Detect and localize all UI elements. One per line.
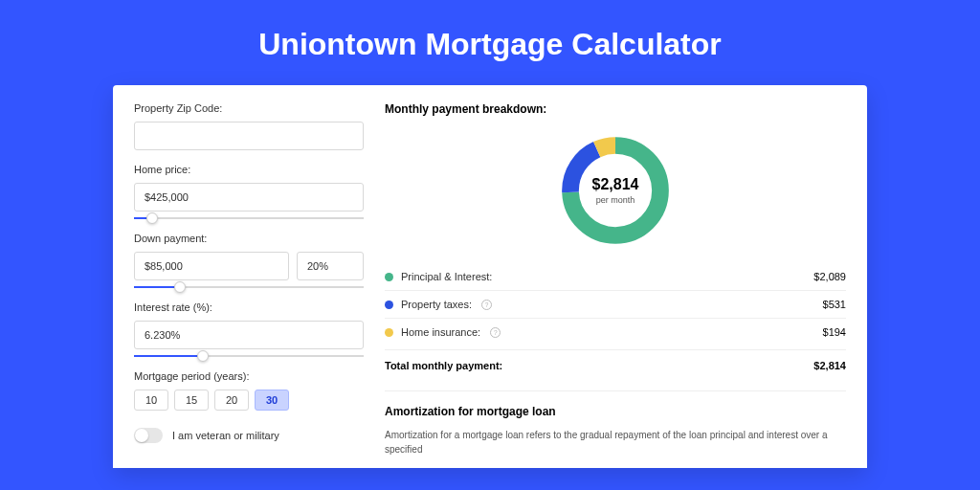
donut-value: $2,814: [592, 176, 639, 193]
amortization-section: Amortization for mortgage loan Amortizat…: [385, 390, 846, 457]
info-icon[interactable]: ?: [481, 300, 492, 310]
rate-input[interactable]: [134, 321, 364, 349]
price-slider[interactable]: [134, 217, 364, 219]
price-label: Home price:: [134, 164, 364, 175]
down-payment-group: Down payment:: [134, 233, 364, 288]
legend-amount: $2,089: [813, 271, 846, 282]
breakdown-panel: Monthly payment breakdown: $2,814 per mo…: [385, 102, 846, 457]
legend-label: Principal & Interest:: [401, 271, 492, 282]
total-label: Total monthly payment:: [385, 360, 502, 371]
down-label: Down payment:: [134, 233, 364, 244]
donut-sub: per month: [592, 195, 639, 205]
down-slider-thumb[interactable]: [174, 281, 186, 293]
period-group: Mortgage period (years): 10152030: [134, 370, 364, 411]
rate-group: Interest rate (%):: [134, 301, 364, 357]
legend-row: Home insurance:?$194: [385, 319, 846, 345]
legend-label: Home insurance:: [401, 326, 480, 338]
veteran-toggle-row: I am veteran or military: [134, 428, 364, 443]
down-percent-input[interactable]: [297, 252, 364, 280]
total-amount: $2,814: [813, 360, 846, 371]
veteran-label: I am veteran or military: [172, 430, 279, 441]
down-slider[interactable]: [134, 286, 364, 288]
page-title: Uniontown Mortgage Calculator: [0, 0, 980, 85]
price-slider-thumb[interactable]: [146, 212, 158, 224]
rate-slider-thumb[interactable]: [197, 350, 209, 362]
toggle-knob: [135, 429, 148, 442]
price-input[interactable]: [134, 183, 364, 212]
period-option-15[interactable]: 15: [174, 390, 209, 411]
legend-label: Property taxes:: [401, 299, 472, 310]
rate-slider[interactable]: [134, 355, 364, 357]
legend-amount: $194: [823, 326, 846, 338]
period-option-10[interactable]: 10: [134, 390, 168, 411]
period-option-30[interactable]: 30: [255, 390, 289, 411]
period-option-20[interactable]: 20: [214, 390, 249, 411]
donut-chart: $2,814 per month: [556, 131, 675, 250]
breakdown-title: Monthly payment breakdown:: [385, 102, 846, 116]
legend-amount: $531: [823, 299, 846, 310]
period-label: Mortgage period (years):: [134, 370, 364, 382]
legend-row: Property taxes:?$531: [385, 291, 846, 318]
total-row: Total monthly payment: $2,814: [385, 349, 846, 385]
zip-input[interactable]: [134, 122, 364, 150]
legend-row: Principal & Interest:$2,089: [385, 263, 846, 290]
calculator-card: Property Zip Code: Home price: Down paym…: [113, 85, 867, 468]
down-amount-input[interactable]: [134, 252, 289, 280]
zip-label: Property Zip Code:: [134, 102, 364, 114]
rate-label: Interest rate (%):: [134, 301, 364, 313]
donut-chart-wrap: $2,814 per month: [385, 131, 846, 250]
info-icon[interactable]: ?: [490, 327, 501, 338]
amortization-text: Amortization for a mortgage loan refers …: [385, 428, 846, 457]
veteran-toggle[interactable]: [134, 428, 163, 443]
price-group: Home price:: [134, 164, 364, 219]
zip-group: Property Zip Code:: [134, 102, 364, 150]
donut-center: $2,814 per month: [592, 176, 639, 205]
form-panel: Property Zip Code: Home price: Down paym…: [134, 102, 364, 457]
legend-dot: [385, 328, 393, 337]
legend-dot: [385, 301, 393, 309]
legend-dot: [385, 273, 393, 281]
amortization-title: Amortization for mortgage loan: [385, 405, 846, 418]
